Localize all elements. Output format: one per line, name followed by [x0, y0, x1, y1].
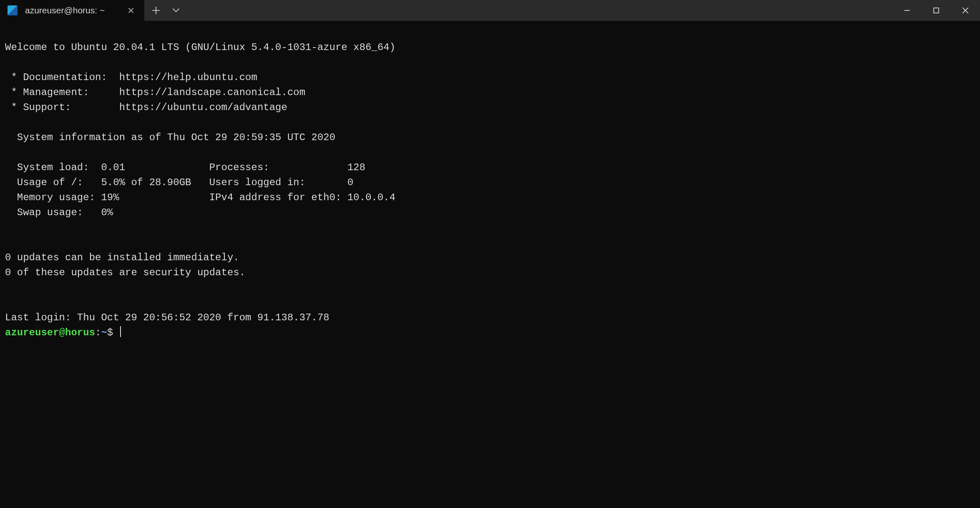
- prompt-symbol: $: [107, 327, 119, 338]
- titlebar: azureuser@horus: ~: [0, 0, 980, 21]
- prompt-user: azureuser@horus: [5, 327, 95, 338]
- motd-updates: 0 updates can be installed immediately.: [5, 252, 239, 263]
- window-controls: [892, 0, 980, 21]
- close-window-button[interactable]: [951, 0, 980, 21]
- tab-title: azureuser@horus: ~: [25, 5, 119, 15]
- tab-dropdown-button[interactable]: [166, 0, 186, 21]
- motd-link-support: * Support: https://ubuntu.com/advantage: [5, 102, 287, 113]
- minimize-button[interactable]: [892, 0, 922, 21]
- close-icon: [962, 7, 969, 14]
- terminal-profile-icon: [8, 5, 18, 15]
- chevron-down-icon: [172, 7, 180, 14]
- svg-rect-0: [934, 8, 939, 13]
- text-cursor: [120, 326, 121, 337]
- tab-terminal[interactable]: azureuser@horus: ~: [0, 0, 144, 21]
- tab-actions: [144, 0, 186, 21]
- terminal-viewport[interactable]: Welcome to Ubuntu 20.04.1 LTS (GNU/Linux…: [0, 21, 980, 508]
- motd-sysinfo-header: System information as of Thu Oct 29 20:5…: [5, 132, 335, 143]
- motd-sysinfo-row: Usage of /: 5.0% of 28.90GB Users logged…: [5, 177, 353, 188]
- maximize-button[interactable]: [922, 0, 951, 21]
- maximize-icon: [933, 7, 940, 14]
- tab-close-button[interactable]: [125, 5, 137, 16]
- new-tab-button[interactable]: [146, 0, 166, 21]
- motd-sysinfo-row: System load: 0.01 Processes: 128: [5, 162, 365, 173]
- close-icon: [128, 8, 134, 13]
- titlebar-drag-area[interactable]: [186, 0, 892, 21]
- prompt-path: ~: [101, 327, 107, 338]
- plus-icon: [152, 7, 160, 14]
- motd-welcome: Welcome to Ubuntu 20.04.1 LTS (GNU/Linux…: [5, 42, 395, 53]
- motd-link-doc: * Documentation: https://help.ubuntu.com: [5, 72, 257, 83]
- motd-sysinfo-row: Memory usage: 19% IPv4 address for eth0:…: [5, 192, 395, 203]
- prompt-sep: :: [95, 327, 101, 338]
- minimize-icon: [904, 7, 910, 14]
- motd-updates: 0 of these updates are security updates.: [5, 267, 245, 278]
- motd-link-management: * Management: https://landscape.canonica…: [5, 87, 305, 98]
- motd-sysinfo-row: Swap usage: 0%: [5, 207, 113, 218]
- motd-last-login: Last login: Thu Oct 29 20:56:52 2020 fro…: [5, 312, 329, 323]
